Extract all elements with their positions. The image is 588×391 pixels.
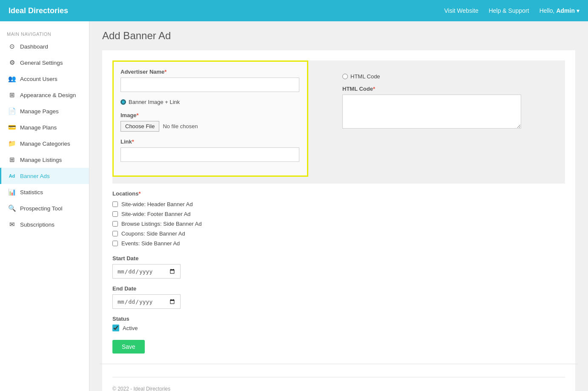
- image-label: Image*: [120, 112, 300, 118]
- save-button[interactable]: Save: [112, 340, 145, 354]
- sidebar-item-dashboard[interactable]: ⊙ Dashboard: [0, 38, 89, 55]
- html-code-textarea[interactable]: [342, 95, 521, 129]
- active-checkbox-row: Active: [112, 325, 565, 331]
- file-input-row: Choose File No file chosen: [120, 121, 300, 132]
- settings-icon: ⚙: [8, 59, 16, 66]
- radio-banner-image-link-input[interactable]: [120, 99, 126, 105]
- link-label: Link*: [120, 138, 300, 145]
- sidebar-item-manage-pages[interactable]: 📄 Manage Pages: [0, 103, 89, 119]
- sidebar-item-label: Account Users: [20, 76, 57, 82]
- top-nav-links: Visit Website Help & Support Hello, Admi…: [444, 7, 579, 14]
- radio-html-code[interactable]: HTML Code: [342, 73, 521, 80]
- save-button-wrapper: Save: [112, 340, 565, 354]
- banner-ads-icon: Ad: [8, 172, 16, 180]
- form-wrapper: Advertiser Name* Banner Image + Link: [102, 50, 575, 391]
- plans-icon: 💳: [8, 124, 16, 131]
- username: Admin: [556, 7, 575, 14]
- status-label: Status: [112, 316, 565, 322]
- active-checkbox[interactable]: [112, 325, 119, 331]
- sidebar-item-prospecting-tool[interactable]: 🔍 Prospecting Tool: [0, 200, 89, 216]
- location-item-2: Browse Listings: Side Banner Ad: [112, 221, 565, 227]
- html-code-group: HTML Code*: [342, 86, 521, 130]
- sidebar-item-label: Subscriptions: [20, 221, 54, 228]
- dropdown-arrow-icon[interactable]: ▾: [577, 7, 579, 14]
- ad-type-radio-row: Banner Image + Link: [120, 99, 300, 105]
- sidebar-item-appearance-design[interactable]: ⊞ Appearance & Design: [0, 87, 89, 103]
- help-support-link[interactable]: Help & Support: [489, 7, 529, 14]
- page-title: Add Banner Ad: [102, 30, 575, 42]
- top-nav: Ideal Directories Visit Website Help & S…: [0, 0, 588, 21]
- html-code-section: HTML Code HTML Code*: [342, 73, 521, 137]
- sidebar-item-manage-plans[interactable]: 💳 Manage Plans: [0, 119, 89, 135]
- location-checkbox-2[interactable]: [112, 221, 118, 227]
- sidebar-item-label: Manage Categories: [20, 141, 70, 147]
- no-file-text: No file chosen: [163, 123, 198, 129]
- form-main-row: Advertiser Name* Banner Image + Link: [112, 60, 565, 184]
- statistics-icon: 📊: [8, 188, 16, 196]
- location-item-1: Site-wide: Footer Banner Ad: [112, 211, 565, 217]
- highlighted-form-section: Advertiser Name* Banner Image + Link: [112, 60, 308, 177]
- sidebar-item-label: Manage Plans: [20, 124, 57, 131]
- status-section: Status Active: [112, 316, 565, 331]
- brand-logo: Ideal Directories: [9, 6, 444, 15]
- link-group: Link*: [120, 138, 300, 162]
- location-item-0: Site-wide: Header Banner Ad: [112, 201, 565, 207]
- app-layout: Main Navigation ⊙ Dashboard ⚙ General Se…: [0, 21, 588, 391]
- sidebar-item-manage-listings[interactable]: ⊞ Manage Listings: [0, 152, 89, 168]
- sidebar-item-statistics[interactable]: 📊 Statistics: [0, 184, 89, 200]
- location-checkbox-1[interactable]: [112, 211, 118, 217]
- appearance-icon: ⊞: [8, 91, 16, 99]
- locations-label: Locations*: [112, 190, 565, 197]
- sidebar-item-account-users[interactable]: 👥 Account Users: [0, 71, 89, 87]
- prospecting-icon: 🔍: [8, 204, 16, 212]
- active-label: Active: [123, 325, 138, 331]
- sidebar-item-general-settings[interactable]: ⚙ General Settings: [0, 55, 89, 71]
- sidebar-item-label: Manage Listings: [20, 157, 62, 163]
- sidebar-item-label: Banner Ads: [20, 173, 50, 179]
- location-item-4: Events: Side Banner Ad: [112, 240, 565, 247]
- locations-section: Locations* Site-wide: Header Banner Ad S…: [112, 190, 565, 247]
- sidebar-section-label: Main Navigation: [0, 28, 89, 38]
- start-date-section: Start Date: [112, 255, 565, 279]
- location-checkbox-4[interactable]: [112, 241, 118, 246]
- visit-website-link[interactable]: Visit Website: [444, 7, 478, 14]
- sidebar-item-label: Statistics: [20, 189, 43, 196]
- end-date-label: End Date: [112, 285, 565, 292]
- end-date-section: End Date: [112, 285, 565, 309]
- sidebar-item-label: Dashboard: [20, 43, 48, 50]
- image-group: Image* Choose File No file chosen: [120, 112, 300, 132]
- listings-icon: ⊞: [8, 156, 16, 164]
- advertiser-name-label: Advertiser Name*: [120, 69, 300, 75]
- sidebar-item-label: General Settings: [20, 60, 63, 66]
- end-date-input[interactable]: [112, 294, 181, 309]
- subscriptions-icon: ✉: [8, 221, 16, 228]
- sidebar-item-label: Manage Pages: [20, 108, 59, 115]
- radio-banner-image-link[interactable]: Banner Image + Link: [120, 99, 180, 105]
- start-date-label: Start Date: [112, 255, 565, 262]
- main-content: Add Banner Ad Advertiser Name*: [89, 21, 588, 391]
- categories-icon: 📁: [8, 140, 16, 147]
- location-checkbox-0[interactable]: [112, 201, 118, 207]
- radio-html-code-input[interactable]: [342, 74, 348, 79]
- footer-divider: [100, 364, 578, 364]
- choose-file-button[interactable]: Choose File: [120, 121, 159, 132]
- location-checkbox-3[interactable]: [112, 231, 118, 236]
- users-icon: 👥: [8, 75, 16, 83]
- advertiser-name-input[interactable]: [120, 78, 299, 92]
- sidebar-item-label: Prospecting Tool: [20, 205, 63, 212]
- html-code-label: HTML Code*: [342, 86, 521, 92]
- location-label-1: Site-wide: Footer Banner Ad: [121, 211, 191, 217]
- sidebar-item-banner-ads[interactable]: Ad Banner Ads: [0, 168, 89, 184]
- link-input[interactable]: [120, 147, 299, 162]
- page-footer: © 2022 - Ideal Directories: [112, 377, 565, 391]
- user-greeting: Hello, Admin ▾: [539, 7, 579, 14]
- sidebar-item-subscriptions[interactable]: ✉ Subscriptions: [0, 216, 89, 233]
- location-label-0: Site-wide: Header Banner Ad: [121, 201, 193, 207]
- location-label-4: Events: Side Banner Ad: [121, 240, 180, 247]
- pages-icon: 📄: [8, 107, 16, 115]
- sidebar-item-manage-categories[interactable]: 📁 Manage Categories: [0, 135, 89, 152]
- location-label-3: Coupons: Side Banner Ad: [121, 230, 185, 237]
- sidebar-item-label: Appearance & Design: [20, 92, 76, 98]
- start-date-input[interactable]: [112, 264, 181, 279]
- location-label-2: Browse Listings: Side Banner Ad: [121, 221, 202, 227]
